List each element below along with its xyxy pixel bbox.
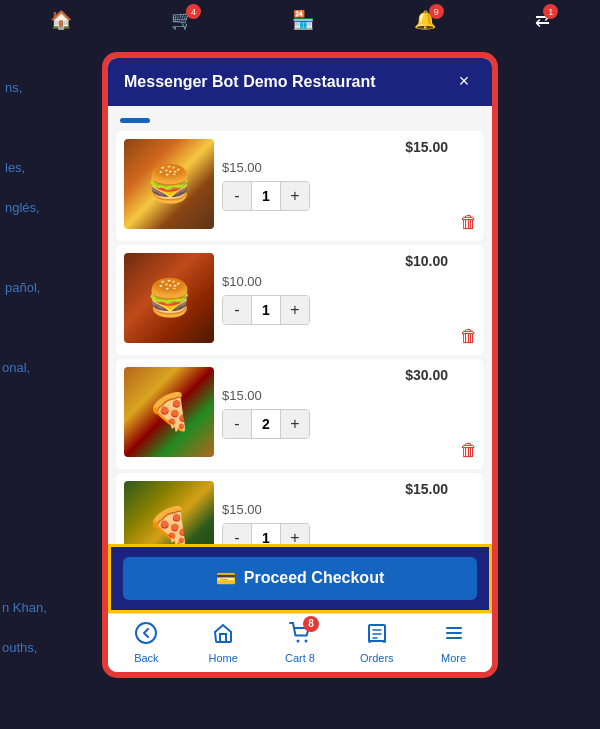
modal-title: Messenger Bot Demo Restaurant (124, 73, 376, 91)
bg-text-3: nglés, (5, 200, 40, 215)
cart-badge: 4 (186, 4, 201, 19)
delete-item-1[interactable]: 🗑 (460, 212, 478, 233)
nav-cart[interactable]: 8 Cart 8 (270, 622, 330, 664)
decrease-qty-1[interactable]: - (223, 182, 251, 210)
home-icon (212, 622, 234, 649)
quantity-control-3: - 2 + (222, 409, 310, 439)
qty-value-4: 1 (251, 524, 281, 544)
item-total-2: $10.00 (405, 253, 448, 269)
checkout-label: Proceed Checkout (244, 569, 384, 587)
item-total-1: $15.00 (405, 139, 448, 155)
increase-qty-1[interactable]: + (281, 182, 309, 210)
indicator-bar (120, 118, 150, 123)
cart-item: $15.00 - 1 + $15.00 🗑 (116, 131, 484, 241)
quantity-control-1: - 1 + (222, 181, 310, 211)
delete-item-3[interactable]: 🗑 (460, 440, 478, 461)
nav-orders[interactable]: Orders (347, 622, 407, 664)
increase-qty-2[interactable]: + (281, 296, 309, 324)
cart-item: $15.00 - 1 + $15.00 🗑 (116, 473, 484, 544)
svg-point-0 (136, 623, 156, 643)
checkout-bar: 💳 Proceed Checkout (108, 544, 492, 613)
back-icon (135, 622, 157, 649)
item-total-3: $30.00 (405, 367, 448, 383)
top-nav-store[interactable]: 🏪 (292, 9, 314, 31)
nav-back[interactable]: Back (116, 622, 176, 664)
top-nav-exchange[interactable]: ⇄ 1 (535, 9, 550, 31)
delete-item-2[interactable]: 🗑 (460, 326, 478, 347)
bg-text-2: les, (5, 160, 25, 175)
close-button[interactable]: × (452, 70, 476, 94)
increase-qty-4[interactable]: + (281, 524, 309, 544)
item-unit-price-1: $15.00 (222, 160, 468, 175)
item-unit-price-4: $15.00 (222, 502, 468, 517)
bottom-navigation: Back Home 8 Cart 8 (108, 613, 492, 672)
checkout-icon: 💳 (216, 569, 236, 588)
nav-more[interactable]: More (424, 622, 484, 664)
qty-value-2: 1 (251, 296, 281, 324)
bg-text-7: ouths, (2, 640, 37, 655)
cart-nav-badge: 8 (303, 616, 319, 632)
svg-point-1 (296, 639, 299, 642)
orders-icon (366, 622, 388, 649)
item-image-4 (124, 481, 214, 544)
top-nav-cart[interactable]: 🛒 4 (171, 9, 193, 31)
bg-text-6: n Khan, (2, 600, 47, 615)
home-label: Home (209, 652, 238, 664)
top-nav-home[interactable]: 🏠 (50, 9, 72, 31)
modal-header: Messenger Bot Demo Restaurant × (108, 58, 492, 106)
item-unit-price-3: $15.00 (222, 388, 468, 403)
nav-home[interactable]: Home (193, 622, 253, 664)
item-total-4: $15.00 (405, 481, 448, 497)
decrease-qty-4[interactable]: - (223, 524, 251, 544)
more-label: More (441, 652, 466, 664)
cart-icon: 8 (289, 622, 311, 649)
bg-text-4: pañol, (5, 280, 40, 295)
bell-badge: 9 (429, 4, 444, 19)
item-image-2 (124, 253, 214, 343)
more-icon (443, 622, 465, 649)
exchange-badge: 1 (543, 4, 558, 19)
svg-point-2 (304, 639, 307, 642)
proceed-checkout-button[interactable]: 💳 Proceed Checkout (123, 557, 477, 600)
cart-content[interactable]: $15.00 - 1 + $15.00 🗑 $10.00 - 1 + (108, 106, 492, 544)
cart-label: Cart 8 (285, 652, 315, 664)
item-image-3 (124, 367, 214, 457)
qty-value-1: 1 (251, 182, 281, 210)
bg-text-5: onal, (2, 360, 30, 375)
cart-item: $10.00 - 1 + $10.00 🗑 (116, 245, 484, 355)
back-label: Back (134, 652, 158, 664)
item-unit-price-2: $10.00 (222, 274, 468, 289)
decrease-qty-3[interactable]: - (223, 410, 251, 438)
decrease-qty-2[interactable]: - (223, 296, 251, 324)
top-nav-bell[interactable]: 🔔 9 (414, 9, 436, 31)
bg-text-1: ns, (5, 80, 22, 95)
item-image-1 (124, 139, 214, 229)
quantity-control-4: - 1 + (222, 523, 310, 544)
quantity-control-2: - 1 + (222, 295, 310, 325)
orders-label: Orders (360, 652, 394, 664)
qty-value-3: 2 (251, 410, 281, 438)
cart-modal: Messenger Bot Demo Restaurant × $15.00 -… (105, 55, 495, 675)
increase-qty-3[interactable]: + (281, 410, 309, 438)
cart-item: $15.00 - 2 + $30.00 🗑 (116, 359, 484, 469)
top-navigation: 🏠 🛒 4 🏪 🔔 9 ⇄ 1 (0, 0, 600, 40)
